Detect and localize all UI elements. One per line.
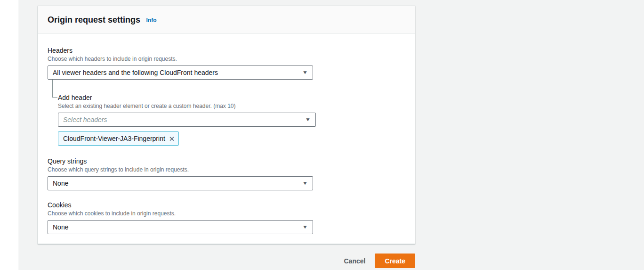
dropdown-arrow-icon: ▼ [302,225,308,229]
headers-select[interactable]: All viewer headers and the following Clo… [48,65,313,80]
main-content-area: Origin request settings Info Headers Cho… [19,0,644,270]
query-strings-field-description: Choose which query strings to include in… [48,166,405,173]
cookies-select[interactable]: None ▼ [48,220,313,234]
query-strings-select[interactable]: None ▼ [48,176,313,190]
left-rail [0,0,18,270]
cancel-button[interactable]: Cancel [342,254,367,268]
query-strings-select-value: None [53,180,68,187]
query-strings-field: Query strings Choose which query strings… [48,157,405,190]
cookies-field-label: Cookies [48,201,405,209]
add-header-field-label: Add header [58,93,405,102]
content-column: Origin request settings Info Headers Cho… [38,6,415,268]
add-header-select-placeholder: Select headers [63,116,107,123]
add-header-field-description: Select an existing header element or cre… [58,102,405,110]
origin-request-settings-card: Origin request settings Info Headers Cho… [38,6,415,244]
form-actions: Cancel Create [38,254,415,268]
add-header-field: Add header Select an existing header ele… [58,93,405,146]
headers-field-description: Choose which headers to include in origi… [48,55,405,63]
header-token-label: CloudFront-Viewer-JA3-Fingerprint [63,135,165,142]
headers-field-label: Headers [48,46,405,55]
token-row: CloudFront-Viewer-JA3-Fingerprint ✕ [58,131,405,146]
cookies-field-description: Choose which cookies to include in origi… [48,210,405,217]
card-title: Origin request settings [48,15,140,25]
create-button[interactable]: Create [375,254,415,268]
headers-select-value: All viewer headers and the following Clo… [53,69,218,76]
dismiss-token-button[interactable]: ✕ [169,135,175,142]
cookies-field: Cookies Choose which cookies to include … [48,201,405,234]
dropdown-arrow-icon: ▼ [302,181,308,186]
add-header-select[interactable]: Select headers ▼ [58,113,316,127]
dropdown-arrow-icon: ▼ [302,70,308,75]
info-link[interactable]: Info [146,17,157,24]
cookies-select-value: None [53,223,68,231]
headers-field: Headers Choose which headers to include … [48,46,405,80]
close-icon: ✕ [169,135,175,143]
query-strings-field-label: Query strings [48,157,405,165]
nested-field-connector [52,80,57,98]
card-body: Headers Choose which headers to include … [38,34,415,244]
card-header: Origin request settings Info [38,6,415,34]
dropdown-arrow-icon: ▼ [305,117,311,122]
header-token: CloudFront-Viewer-JA3-Fingerprint ✕ [58,131,179,146]
